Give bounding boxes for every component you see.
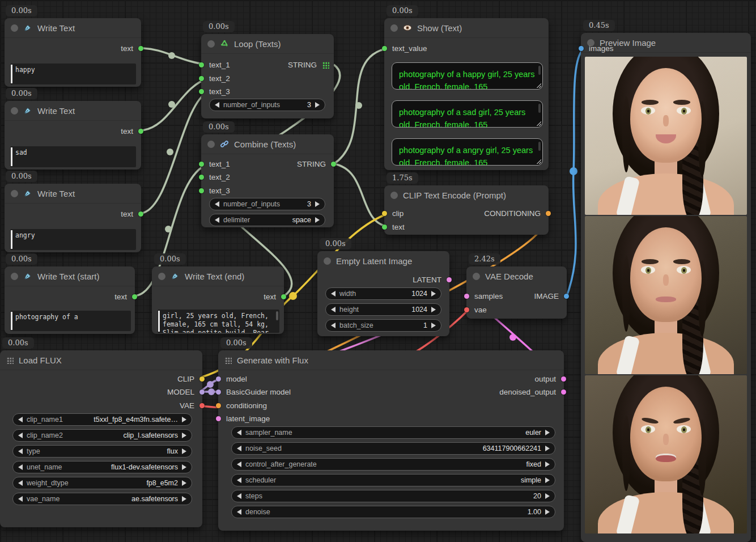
widget-control-after-generate[interactable]: control_after_generate fixed: [231, 458, 555, 471]
widget-number-of-inputs[interactable]: number_of_inputs 3: [209, 99, 325, 111]
text-input-area[interactable]: girl, 25 years old, French, female, 165 …: [158, 310, 279, 333]
decrement-arrow-icon[interactable]: [331, 291, 335, 297]
node-titlebar[interactable]: Empty Latent Image: [317, 251, 449, 270]
decrement-arrow-icon[interactable]: [237, 493, 241, 499]
input-dot[interactable]: [199, 188, 204, 193]
widget-height[interactable]: height 1024: [325, 303, 441, 316]
widget-scheduler[interactable]: scheduler simple: [231, 474, 555, 486]
widget-clip-name1[interactable]: clip_name1 t5xxl_fp8_e4m3fn.safete…: [12, 413, 192, 426]
next-option-arrow-icon[interactable]: [182, 417, 186, 422]
text-input-area[interactable]: sad: [10, 146, 136, 167]
resize-handle-icon[interactable]: [536, 83, 541, 88]
prev-option-arrow-icon[interactable]: [18, 464, 23, 470]
next-option-arrow-icon[interactable]: [182, 496, 186, 502]
widget-type[interactable]: type flux: [12, 445, 192, 458]
node-titlebar[interactable]: Show (Text): [384, 18, 549, 38]
output-dot[interactable]: [561, 376, 566, 382]
collapse-dot[interactable]: [207, 141, 215, 148]
input-dot[interactable]: [579, 46, 584, 51]
show-text-box-happy[interactable]: photography of a happy girl, 25 years ol…: [392, 62, 543, 90]
widget-vae-name[interactable]: vae_name ae.safetensors: [12, 493, 192, 505]
widget-steps[interactable]: steps 20: [231, 490, 555, 502]
node-graph-canvas[interactable]: 0.00s 0.00s 0.00s 0.00s 0.00s 0.00s 0.00…: [0, 0, 756, 542]
decrement-arrow-icon[interactable]: [237, 446, 241, 451]
increment-arrow-icon[interactable]: [545, 493, 550, 499]
node-titlebar[interactable]: Load FLUX: [0, 350, 202, 370]
collapse-dot[interactable]: [11, 273, 18, 280]
widget-unet-name[interactable]: unet_name flux1-dev.safetensors: [12, 461, 192, 473]
decrement-arrow-icon[interactable]: [331, 307, 335, 312]
output-dot[interactable]: [138, 46, 143, 51]
node-titlebar[interactable]: Write Text: [5, 101, 141, 121]
node-titlebar[interactable]: Generate with Flux: [218, 350, 564, 370]
output-dot[interactable]: [138, 129, 143, 134]
output-dot[interactable]: [546, 211, 551, 216]
prev-option-arrow-icon[interactable]: [237, 430, 241, 435]
decrement-arrow-icon[interactable]: [215, 102, 219, 108]
next-option-arrow-icon[interactable]: [182, 433, 186, 438]
increment-arrow-icon[interactable]: [315, 102, 320, 108]
increment-arrow-icon[interactable]: [545, 509, 550, 515]
increment-arrow-icon[interactable]: [545, 446, 550, 451]
output-dot[interactable]: [281, 294, 286, 299]
widget-sampler-name[interactable]: sampler_name euler: [231, 426, 555, 439]
prev-option-arrow-icon[interactable]: [18, 496, 23, 502]
widget-batch-size[interactable]: batch_size 1: [325, 319, 441, 332]
input-dot[interactable]: [382, 211, 387, 216]
input-dot[interactable]: [199, 162, 204, 167]
prev-option-arrow-icon[interactable]: [237, 461, 241, 467]
node-titlebar[interactable]: VAE Decode: [466, 266, 567, 286]
input-dot[interactable]: [216, 389, 221, 395]
prev-option-arrow-icon[interactable]: [18, 448, 23, 454]
node-titlebar[interactable]: Write Text: [5, 184, 141, 204]
collapse-dot[interactable]: [11, 190, 18, 197]
next-option-arrow-icon[interactable]: [182, 464, 186, 470]
widget-denoise[interactable]: denoise 1.00: [231, 506, 555, 518]
widget-delimiter[interactable]: delimiter space: [209, 214, 325, 226]
output-dot[interactable]: [561, 389, 566, 395]
preview-image-sad[interactable]: [585, 216, 747, 374]
output-dot[interactable]: [199, 403, 205, 408]
show-text-box-angry[interactable]: photography of a angry girl, 25 years ol…: [392, 138, 543, 166]
widget-clip-name2[interactable]: clip_name2 clip_l.safetensors: [12, 429, 192, 442]
prev-option-arrow-icon[interactable]: [237, 477, 241, 483]
input-dot[interactable]: [216, 376, 221, 382]
widget-number-of-inputs[interactable]: number_of_inputs 3: [209, 198, 325, 210]
preview-image-angry[interactable]: [585, 375, 747, 533]
next-option-arrow-icon[interactable]: [182, 480, 186, 486]
decrement-arrow-icon[interactable]: [215, 201, 219, 207]
text-input-area[interactable]: angry: [10, 229, 136, 250]
increment-arrow-icon[interactable]: [431, 307, 436, 312]
scrollbar[interactable]: [538, 104, 541, 113]
collapse-dot[interactable]: [158, 273, 165, 280]
preview-image-happy[interactable]: [585, 57, 747, 215]
output-dot[interactable]: [138, 211, 143, 217]
decrement-arrow-icon[interactable]: [331, 323, 335, 328]
output-dot[interactable]: [564, 294, 569, 299]
input-dot[interactable]: [199, 175, 204, 180]
collapse-dot[interactable]: [390, 192, 398, 199]
scrollbar[interactable]: [538, 142, 541, 151]
input-dot[interactable]: [216, 416, 221, 421]
widget-width[interactable]: width 1024: [325, 287, 441, 300]
increment-arrow-icon[interactable]: [431, 323, 436, 328]
prev-option-arrow-icon[interactable]: [18, 433, 23, 438]
input-dot[interactable]: [382, 46, 387, 51]
next-option-arrow-icon[interactable]: [545, 461, 550, 467]
decrement-arrow-icon[interactable]: [215, 217, 219, 223]
next-option-arrow-icon[interactable]: [182, 448, 186, 454]
input-dot[interactable]: [199, 76, 204, 81]
input-dot[interactable]: [382, 225, 387, 230]
collapse-dot[interactable]: [207, 40, 215, 48]
increment-arrow-icon[interactable]: [431, 291, 436, 297]
input-dot[interactable]: [199, 62, 204, 67]
output-dot[interactable]: [447, 277, 452, 282]
input-dot[interactable]: [464, 294, 469, 299]
output-dot[interactable]: [132, 294, 137, 299]
next-option-arrow-icon[interactable]: [545, 477, 550, 483]
list-output-grid-icon[interactable]: [322, 61, 329, 69]
node-titlebar[interactable]: Loop (Texts): [201, 34, 334, 54]
input-dot[interactable]: [216, 403, 221, 408]
node-titlebar[interactable]: CLIP Text Encode (Prompt): [384, 185, 549, 205]
output-dot[interactable]: [199, 389, 205, 395]
